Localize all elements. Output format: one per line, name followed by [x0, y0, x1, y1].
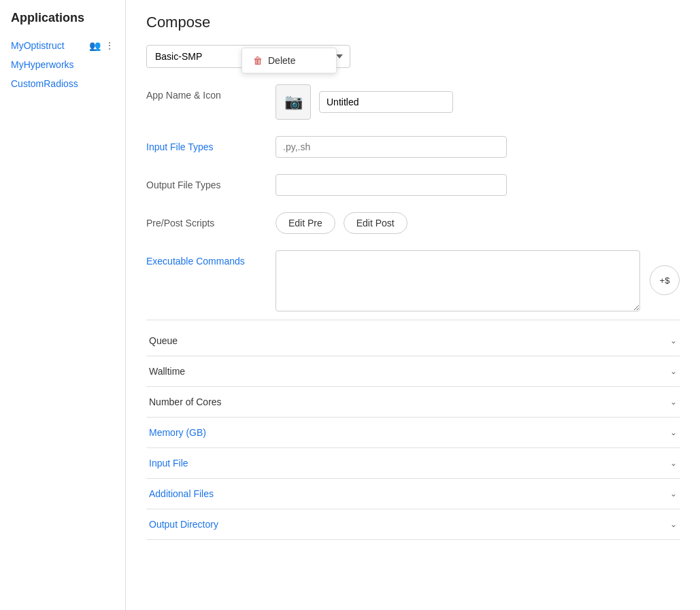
- sidebar-item-label: CustomRadioss: [11, 78, 78, 89]
- sidebar-title: Applications: [0, 11, 125, 36]
- memory-section: Memory (GB) ⌄: [146, 418, 680, 448]
- users-icon[interactable]: 👥: [89, 40, 101, 51]
- input-file-label: Input File: [149, 458, 188, 469]
- walltime-arrow: ⌄: [670, 367, 677, 376]
- pre-post-buttons: Edit Pre Edit Post: [276, 212, 413, 234]
- context-menu: 🗑 Delete: [241, 48, 337, 73]
- delete-label: Delete: [268, 55, 295, 66]
- pre-post-scripts-label: Pre/Post Scripts: [146, 212, 276, 228]
- additional-files-header[interactable]: Additional Files ⌄: [146, 479, 680, 509]
- memory-header[interactable]: Memory (GB) ⌄: [146, 418, 680, 447]
- app-name-content: 📷: [276, 84, 453, 120]
- edit-post-button[interactable]: Edit Post: [344, 212, 407, 234]
- output-file-types-label: Output File Types: [146, 174, 276, 190]
- queue-arrow: ⌄: [670, 336, 677, 345]
- executable-commands-row: Executable Commands +$: [146, 250, 680, 311]
- delete-menu-item[interactable]: 🗑 Delete: [242, 48, 336, 73]
- num-cores-section: Number of Cores ⌄: [146, 387, 680, 418]
- more-icon[interactable]: ⋮: [105, 40, 114, 51]
- dropdown-row: Basic-SMP Advanced-SMP MPI: [146, 45, 680, 68]
- memory-label: Memory (GB): [149, 427, 206, 438]
- additional-files-arrow: ⌄: [670, 489, 677, 498]
- sidebar: Applications MyOptistruct 👥 ⋮ MyHyperwor…: [0, 0, 126, 610]
- queue-section: Queue ⌄: [146, 326, 680, 356]
- edit-pre-button[interactable]: Edit Pre: [276, 212, 335, 234]
- sidebar-item-icons: 👥 ⋮: [89, 40, 114, 51]
- app-name-row: App Name & Icon 📷: [146, 84, 680, 120]
- input-file-arrow: ⌄: [670, 458, 677, 468]
- output-directory-label: Output Directory: [149, 519, 218, 530]
- app-name-input[interactable]: [319, 91, 453, 113]
- sidebar-item-customradioss[interactable]: CustomRadioss: [0, 74, 125, 93]
- walltime-header[interactable]: Walltime ⌄: [146, 356, 680, 386]
- sidebar-item-label: MyOptistruct: [11, 40, 89, 51]
- page-title: Compose: [146, 14, 680, 31]
- input-file-header[interactable]: Input File ⌄: [146, 448, 680, 478]
- input-file-types-row: Input File Types: [146, 136, 680, 158]
- input-file-section: Input File ⌄: [146, 448, 680, 479]
- queue-header[interactable]: Queue ⌄: [146, 326, 680, 356]
- output-file-types-input[interactable]: [276, 174, 507, 196]
- additional-files-label: Additional Files: [149, 488, 214, 499]
- num-cores-arrow: ⌄: [670, 397, 677, 407]
- pre-post-scripts-row: Pre/Post Scripts Edit Pre Edit Post: [146, 212, 680, 234]
- executable-commands-label: Executable Commands: [146, 250, 276, 267]
- additional-files-section: Additional Files ⌄: [146, 479, 680, 509]
- add-variable-button[interactable]: +$: [650, 265, 680, 295]
- num-cores-header[interactable]: Number of Cores ⌄: [146, 387, 680, 417]
- app-name-label: App Name & Icon: [146, 84, 276, 101]
- output-directory-header[interactable]: Output Directory ⌄: [146, 509, 680, 539]
- executable-commands-textarea[interactable]: [276, 250, 640, 311]
- app-icon-placeholder[interactable]: 📷: [276, 84, 311, 120]
- output-directory-arrow: ⌄: [670, 520, 677, 529]
- image-icon: 📷: [284, 93, 303, 111]
- sidebar-item-myhyperworks[interactable]: MyHyperworks: [0, 55, 125, 74]
- sidebar-item-label: MyHyperworks: [11, 59, 74, 70]
- sidebar-item-myoptistruct[interactable]: MyOptistruct 👥 ⋮: [0, 36, 125, 55]
- walltime-label: Walltime: [149, 366, 185, 377]
- memory-arrow: ⌄: [670, 428, 677, 437]
- num-cores-label: Number of Cores: [149, 396, 222, 407]
- output-directory-section: Output Directory ⌄: [146, 509, 680, 540]
- main-content: 🗑 Delete Compose Basic-SMP Advanced-SMP …: [126, 0, 700, 610]
- walltime-section: Walltime ⌄: [146, 356, 680, 387]
- queue-label: Queue: [149, 335, 178, 346]
- collapsible-sections: Queue ⌄ Walltime ⌄ Number of Cores ⌄ Mem…: [146, 326, 680, 540]
- input-file-types-input[interactable]: [276, 136, 507, 158]
- output-file-types-row: Output File Types: [146, 174, 680, 196]
- delete-icon: 🗑: [253, 55, 263, 66]
- section-divider: [146, 320, 680, 320]
- input-file-types-label: Input File Types: [146, 136, 276, 152]
